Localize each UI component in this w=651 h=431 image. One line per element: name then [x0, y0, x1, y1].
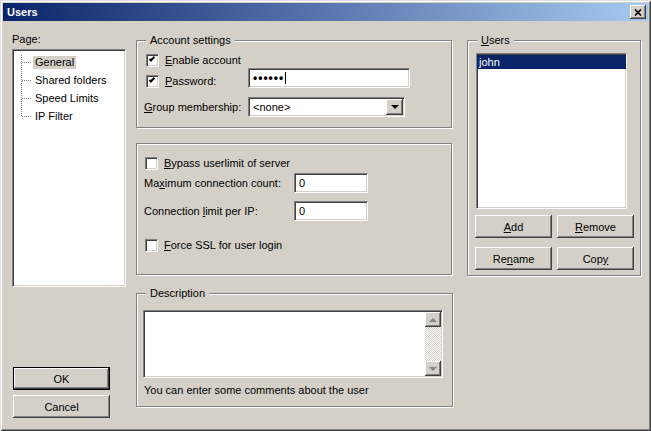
enable-account-label[interactable]: Enable account [165, 54, 241, 66]
tree-item-label[interactable]: Speed Limits [33, 92, 101, 105]
tree-item-label[interactable]: IP Filter [33, 110, 75, 123]
text-caret [285, 72, 286, 84]
connection-settings-group: Bypass userlimit of server Maximum conne… [136, 143, 452, 275]
checkmark-icon [149, 76, 155, 82]
tree-item-general[interactable]: General [13, 53, 125, 71]
description-scrollbar[interactable] [425, 312, 441, 376]
connection-limit-per-ip-field[interactable]: 0 [294, 201, 368, 221]
password-value: •••••• [253, 73, 284, 83]
copy-button[interactable]: Copy [557, 247, 634, 270]
group-membership-dropdown-button[interactable] [386, 99, 403, 115]
scroll-up-icon [429, 318, 437, 322]
users-dialog: Users Page: General Shared folders Speed… [0, 0, 651, 431]
tree-item-label[interactable]: Shared folders [33, 74, 109, 87]
connection-limit-per-ip-label: Connection limit per IP: [144, 205, 258, 217]
tree-item-label[interactable]: General [33, 56, 76, 69]
group-membership-label: Group membership: [144, 101, 241, 113]
remove-button[interactable]: Remove [557, 215, 634, 238]
force-ssl-checkbox[interactable] [145, 239, 158, 252]
password-checkbox[interactable] [146, 75, 159, 88]
description-textarea[interactable] [143, 310, 443, 378]
force-ssl-label[interactable]: Force SSL for user login [164, 239, 282, 251]
rename-button[interactable]: Rename [475, 247, 552, 270]
page-tree[interactable]: General Shared folders Speed Limits IP F… [12, 49, 126, 287]
cancel-button[interactable]: Cancel [13, 395, 110, 418]
scroll-up-button[interactable] [425, 312, 441, 327]
group-membership-value: <none> [253, 101, 290, 113]
enable-account-checkbox[interactable] [146, 54, 159, 67]
tree-item-speed-limits[interactable]: Speed Limits [13, 89, 125, 107]
group-membership-select[interactable]: <none> [248, 97, 405, 117]
scroll-down-button[interactable] [425, 361, 441, 376]
tree-item-shared-folders[interactable]: Shared folders [13, 71, 125, 89]
connection-limit-per-ip-value: 0 [299, 205, 305, 217]
window-title: Users [7, 6, 38, 18]
account-settings-group: Account settings Enable account Password… [136, 40, 452, 128]
bypass-userlimit-checkbox[interactable] [145, 157, 158, 170]
close-button[interactable] [630, 5, 646, 19]
scroll-down-icon [429, 367, 437, 371]
ok-button[interactable]: OK [13, 367, 110, 390]
password-field[interactable]: •••••• [248, 68, 410, 88]
add-button[interactable]: Add [475, 215, 552, 238]
close-icon [634, 9, 642, 16]
user-list-item[interactable]: john [477, 55, 626, 69]
users-group-title: Users [477, 33, 514, 47]
password-label[interactable]: Password: [165, 75, 216, 87]
users-group: Users john Add Remove Rename Copy [467, 40, 641, 276]
max-connection-count-label: Maximum connection count: [144, 177, 281, 189]
description-group: Description You can enter some comments … [136, 293, 453, 407]
chevron-down-icon [391, 105, 399, 109]
tree-item-ip-filter[interactable]: IP Filter [13, 107, 125, 125]
description-hint: You can enter some comments about the us… [144, 384, 369, 396]
page-label: Page: [12, 33, 41, 45]
max-connection-count-field[interactable]: 0 [294, 173, 368, 193]
checkmark-icon [149, 55, 155, 61]
titlebar: Users [3, 3, 648, 21]
users-listbox[interactable]: john [476, 53, 627, 209]
bypass-userlimit-label[interactable]: Bypass userlimit of server [164, 157, 290, 169]
account-settings-group-title: Account settings [146, 33, 235, 47]
max-connection-count-value: 0 [299, 177, 305, 189]
description-group-title: Description [146, 286, 209, 300]
